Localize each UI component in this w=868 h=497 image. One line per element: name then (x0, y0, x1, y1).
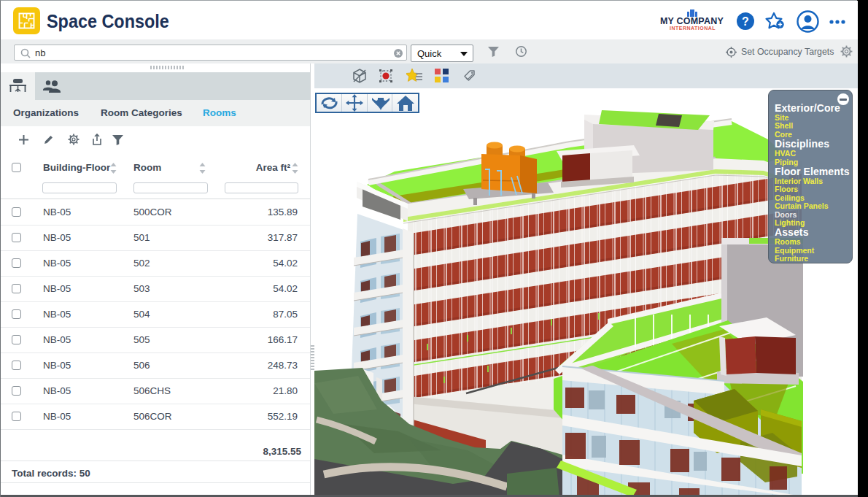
svg-text:?: ? (742, 15, 749, 28)
